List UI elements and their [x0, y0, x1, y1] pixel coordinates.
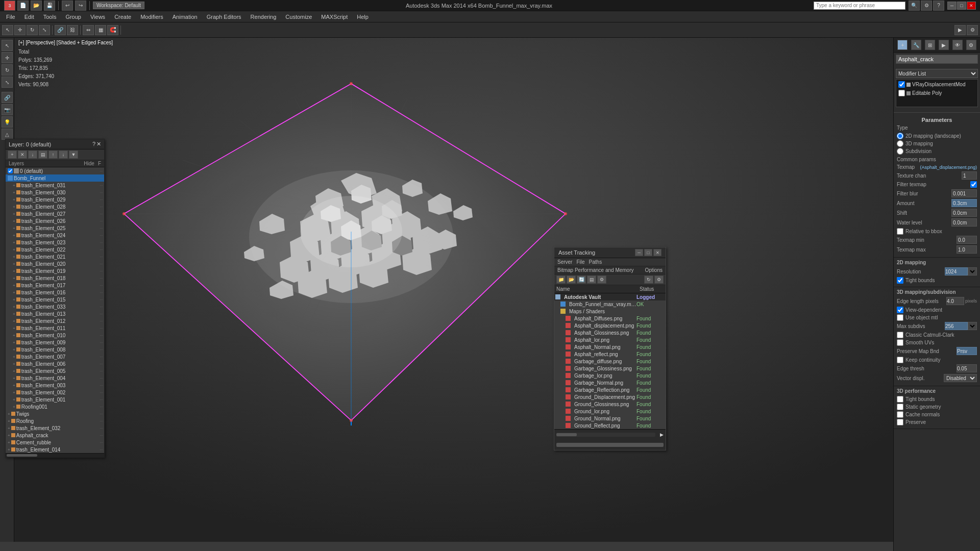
layer-row-27[interactable]: +trash_Element_006··· [6, 360, 104, 367]
edge-length-input[interactable] [946, 297, 964, 305]
menu-edit[interactable]: Edit [20, 13, 38, 21]
file-row-3[interactable]: Asphalt_Diffuses.png Found [554, 315, 666, 322]
search-icon[interactable]: 🔍 [909, 1, 920, 11]
static-geometry-checkbox[interactable] [897, 404, 903, 410]
resolution-dropdown[interactable]: ▼ [968, 267, 977, 276]
layer-row-36[interactable]: +trash_Element_032··· [6, 424, 104, 432]
asset-settings-btn[interactable]: ⚙ [654, 276, 664, 284]
undo-btn[interactable]: ↩ [62, 1, 73, 11]
preserve-checkbox[interactable] [897, 419, 903, 425]
layer-row-29[interactable]: +trash_Element_004··· [6, 374, 104, 382]
sidebar-select-icon[interactable]: ↖ [2, 40, 13, 51]
texture-chan-input[interactable] [962, 171, 977, 180]
texmap-value[interactable]: (Asphalt_displacement.png) [920, 165, 977, 170]
menu-create[interactable]: Create [110, 13, 135, 21]
layer-row-35[interactable]: +Roofing··· [6, 417, 104, 424]
file-row-6[interactable]: Asphalt_lor.png Found [554, 336, 666, 343]
max-subdivs-dropdown[interactable]: ▼ [968, 322, 977, 330]
menu-rendering[interactable]: Rendering [247, 13, 281, 21]
layer-help-btn[interactable]: ? [92, 141, 95, 147]
texmap-min-input[interactable] [957, 236, 977, 244]
workspace-selector[interactable]: Workspace: Default [93, 2, 144, 9]
move-btn[interactable]: ✛ [14, 25, 26, 35]
filter-blur-input[interactable] [951, 189, 977, 197]
menu-file[interactable]: File [2, 13, 19, 21]
sidebar-scale-icon[interactable]: ⤡ [2, 77, 13, 88]
select-btn[interactable]: ↖ [2, 25, 13, 35]
file-row-2[interactable]: Maps / Shaders [554, 308, 666, 315]
redo-btn[interactable]: ↪ [75, 1, 86, 11]
menu-modifiers[interactable]: Modifiers [136, 13, 167, 21]
amount-input[interactable] [951, 199, 977, 207]
layer-row-15[interactable]: +trash_Element_018··· [6, 274, 104, 282]
layer-row-16[interactable]: +trash_Element_017··· [6, 282, 104, 289]
file-row-10[interactable]: Garbage_Glossiness.png Found [554, 365, 666, 372]
scale-btn[interactable]: ⤡ [39, 25, 50, 35]
max-subdivs-input[interactable] [945, 322, 968, 330]
props-icon-display[interactable]: 👁 [952, 40, 963, 50]
smooth-uv-checkbox[interactable] [897, 339, 903, 346]
tight-bounds-checkbox[interactable] [897, 277, 903, 284]
modifier-vray-checkbox[interactable] [898, 81, 905, 88]
layer-row-26[interactable]: +trash_Element_007··· [6, 353, 104, 360]
sidebar-link-icon[interactable]: 🔗 [2, 92, 13, 103]
layer-row-39[interactable]: +trash_Element_014··· [6, 446, 104, 453]
props-icon-create[interactable]: + [897, 40, 908, 50]
help-icon[interactable]: ? [933, 1, 944, 11]
asset-btn-4[interactable]: ▤ [587, 276, 596, 284]
layer-move-up-btn[interactable]: ↑ [48, 151, 58, 159]
object-name-field[interactable] [896, 55, 978, 64]
layer-row-37[interactable]: +Asphalt_crack··· [6, 432, 104, 439]
viewport[interactable]: [+] [Perspective] [Shaded + Edged Faces] [14, 38, 893, 542]
menu-animation[interactable]: Animation [168, 13, 202, 21]
layer-scrollbar[interactable] [6, 453, 104, 457]
layer-add-btn[interactable]: ↓ [28, 151, 37, 159]
layer-row-2[interactable]: +trash_Element_031··· [6, 182, 104, 189]
layer-row-24[interactable]: +trash_Element_009··· [6, 339, 104, 346]
file-row-9[interactable]: Garbage_diffuse.png Found [554, 358, 666, 365]
file-row-13[interactable]: Garbage_Reflection.png Found [554, 386, 666, 393]
layer-row-28[interactable]: +trash_Element_005··· [6, 367, 104, 374]
sidebar-light-icon[interactable]: 💡 [2, 116, 13, 128]
file-row-15[interactable]: Ground_Glossiness.png Found [554, 400, 666, 408]
layer-row-33[interactable]: +Roofing001··· [6, 403, 104, 410]
layer-row-1[interactable]: Bomb_Funnel··· [6, 174, 104, 182]
render-setup-btn[interactable]: ⚙ [967, 25, 978, 35]
props-icon-motion[interactable]: ▶ [939, 40, 949, 50]
file-row-8[interactable]: Asphalt_reflect.png Found [554, 350, 666, 358]
asset-close-btn[interactable]: ✕ [653, 249, 662, 256]
layer-row-30[interactable]: +trash_Element_003··· [6, 382, 104, 389]
close-btn[interactable]: ✕ [967, 2, 976, 10]
radio-2d-input[interactable] [897, 133, 903, 139]
filter-texmap-checkbox[interactable] [970, 181, 977, 188]
sidebar-rotate-icon[interactable]: ↻ [2, 64, 13, 76]
file-row-18[interactable]: Ground_Reflect.png Found [554, 422, 666, 429]
radio-subdiv-input[interactable] [897, 148, 903, 155]
cache-normals-checkbox[interactable] [897, 411, 903, 418]
layer-row-21[interactable]: +trash_Element_012··· [6, 317, 104, 324]
vector-displ-select[interactable]: Disabled [944, 374, 977, 382]
use-object-mtl-checkbox[interactable] [897, 314, 903, 321]
unlink-btn[interactable]: ⛓ [67, 25, 78, 35]
keep-continuity-checkbox[interactable] [897, 357, 903, 363]
file-row-5[interactable]: Asphalt_Glossiness.png Found [554, 329, 666, 336]
asset-menu-file[interactable]: File [576, 259, 584, 265]
layer-row-20[interactable]: +trash_Element_013··· [6, 310, 104, 317]
file-row-17[interactable]: Ground_Normal.png Found [554, 415, 666, 422]
view-dependent-checkbox[interactable] [897, 307, 903, 313]
file-row-1[interactable]: Bomb_Funnel_max_vray.max OK [554, 300, 666, 308]
layer-row-25[interactable]: +trash_Element_008··· [6, 346, 104, 353]
layer-row-9[interactable]: +trash_Element_024··· [6, 232, 104, 239]
radio-3d-input[interactable] [897, 140, 903, 147]
asset-refresh-btn[interactable]: ↻ [644, 276, 653, 284]
asset-menu-server[interactable]: Server [557, 259, 572, 265]
layer-row-38[interactable]: +Cement_rubble··· [6, 439, 104, 446]
link-btn[interactable]: 🔗 [55, 25, 66, 35]
asset-submenu-text[interactable]: Bitmap Performance and Memory [557, 267, 634, 273]
layer-row-3[interactable]: +trash_Element_030··· [6, 189, 104, 196]
props-icon-hier[interactable]: ⊞ [925, 40, 935, 50]
preserve-map-input[interactable] [957, 347, 977, 355]
asset-minimize-btn[interactable]: ─ [635, 249, 643, 256]
classic-catmull-checkbox[interactable] [897, 332, 903, 338]
layer-row-12[interactable]: +trash_Element_021··· [6, 253, 104, 260]
